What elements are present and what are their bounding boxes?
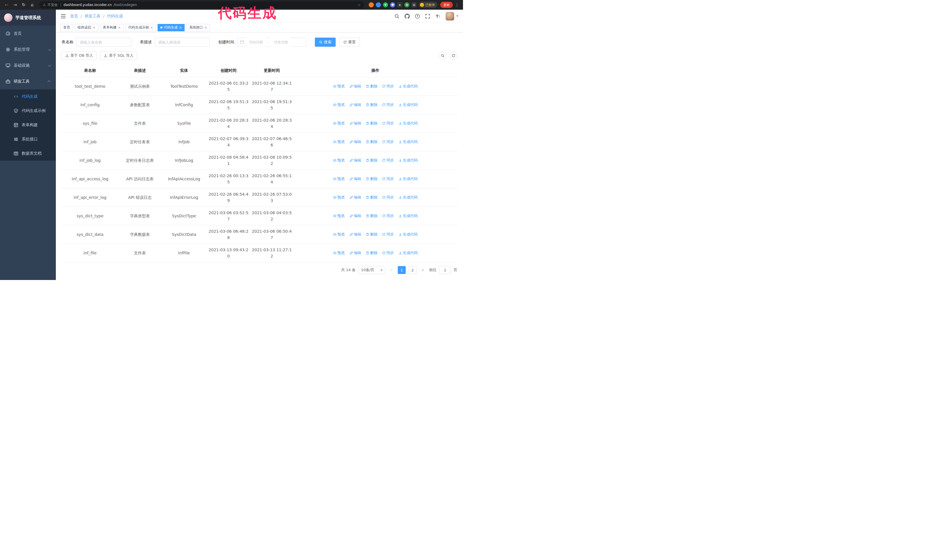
extension-dark-icon[interactable]: ◆ xyxy=(397,2,402,8)
generate-code-link[interactable]: 生成代码 xyxy=(399,176,418,182)
edit-link[interactable]: 编辑 xyxy=(350,213,361,219)
generate-code-link[interactable]: 生成代码 xyxy=(399,139,418,145)
import-db-button[interactable]: 基于 DB 导入 xyxy=(62,51,97,60)
preview-link[interactable]: 预览 xyxy=(333,176,345,182)
sync-link[interactable]: 同步 xyxy=(382,231,394,237)
close-icon[interactable]: × xyxy=(150,26,153,29)
close-icon[interactable]: × xyxy=(179,26,182,29)
edit-link[interactable]: 编辑 xyxy=(350,231,361,237)
table-name-input[interactable] xyxy=(76,38,132,47)
page-size-select[interactable]: 10条/页 xyxy=(359,266,385,274)
extension-blue-icon[interactable] xyxy=(376,2,381,8)
delete-link[interactable]: 删除 xyxy=(366,231,378,237)
date-range-picker[interactable]: - xyxy=(237,38,306,47)
edit-link[interactable]: 编辑 xyxy=(350,102,361,108)
table-desc-input[interactable] xyxy=(155,38,210,47)
delete-link[interactable]: 删除 xyxy=(366,139,378,145)
sync-link[interactable]: 同步 xyxy=(382,102,394,108)
help-icon[interactable]: ? xyxy=(415,14,420,19)
sync-link[interactable]: 同步 xyxy=(382,194,394,201)
sync-link[interactable]: 同步 xyxy=(382,176,394,182)
extension-people-icon[interactable]: ☻ xyxy=(390,2,395,8)
sync-link[interactable]: 同步 xyxy=(382,120,394,127)
breadcrumb-home[interactable]: 首页 xyxy=(70,14,78,19)
sync-link[interactable]: 同步 xyxy=(382,213,394,219)
user-menu[interactable] xyxy=(446,12,458,21)
home-icon[interactable]: ⌂ xyxy=(29,1,36,9)
sidebar-item-database-doc[interactable]: 数据库文档 xyxy=(0,146,56,161)
back-arrow-icon[interactable]: ← xyxy=(3,1,10,9)
bookmark-star-icon[interactable]: ☆ xyxy=(357,3,361,7)
tab-trace[interactable]: 链路追踪 × xyxy=(75,24,98,31)
generate-code-link[interactable]: 生成代码 xyxy=(399,157,418,163)
preview-link[interactable]: 预览 xyxy=(333,102,345,108)
delete-link[interactable]: 删除 xyxy=(366,250,378,256)
sidebar-item-home[interactable]: 首页 xyxy=(0,26,56,42)
tab-codegen-example[interactable]: 代码生成示例 × xyxy=(126,24,156,31)
delete-link[interactable]: 删除 xyxy=(366,83,378,89)
edit-link[interactable]: 编辑 xyxy=(350,157,361,163)
page-button-2[interactable]: 2 xyxy=(409,266,416,274)
puzzle-icon[interactable]: ▨ xyxy=(412,2,416,8)
delete-link[interactable]: 删除 xyxy=(366,120,378,127)
delete-link[interactable]: 删除 xyxy=(366,176,378,182)
breadcrumb-devtools[interactable]: 研发工具 xyxy=(85,14,101,19)
generate-code-link[interactable]: 生成代码 xyxy=(399,213,418,219)
import-sql-button[interactable]: 基于 SQL 导入 xyxy=(100,51,137,60)
search-toggle-button[interactable] xyxy=(439,51,446,60)
extension-leaf-icon[interactable]: ✿ xyxy=(404,2,409,8)
edit-link[interactable]: 编辑 xyxy=(350,176,361,182)
prev-page-button[interactable]: ‹ xyxy=(388,266,395,274)
hamburger-icon[interactable] xyxy=(61,14,66,19)
forward-arrow-icon[interactable]: → xyxy=(11,1,19,9)
sync-link[interactable]: 同步 xyxy=(382,157,394,163)
tab-home[interactable]: 首页 xyxy=(61,24,73,31)
browser-menu-icon[interactable]: ⋮ xyxy=(454,3,460,7)
sidebar-item-system-management[interactable]: 系统管理 xyxy=(0,42,56,57)
goto-page-input[interactable] xyxy=(439,266,451,274)
browser-update-button[interactable]: 更新 xyxy=(440,2,453,8)
start-date-input[interactable] xyxy=(246,38,266,47)
reload-icon[interactable]: ↻ xyxy=(20,1,27,9)
next-page-button[interactable]: › xyxy=(419,266,426,274)
sync-link[interactable]: 同步 xyxy=(382,250,394,256)
edit-link[interactable]: 编辑 xyxy=(350,139,361,145)
fullscreen-icon[interactable] xyxy=(425,14,430,19)
sidebar-item-system-api[interactable]: 系统接口 xyxy=(0,132,56,146)
sidebar-item-code-generation-example[interactable]: 代码生成示例 xyxy=(0,104,56,118)
generate-code-link[interactable]: 生成代码 xyxy=(399,194,418,201)
extension-green-v-icon[interactable]: V xyxy=(383,2,388,8)
edit-link[interactable]: 编辑 xyxy=(350,194,361,201)
generate-code-link[interactable]: 生成代码 xyxy=(399,102,418,108)
page-button-1[interactable]: 1 xyxy=(398,266,406,274)
edit-link[interactable]: 编辑 xyxy=(350,120,361,127)
font-size-icon[interactable]: TT xyxy=(435,14,440,19)
preview-link[interactable]: 预览 xyxy=(333,250,345,256)
generate-code-link[interactable]: 生成代码 xyxy=(399,250,418,256)
edit-link[interactable]: 编辑 xyxy=(350,250,361,256)
preview-link[interactable]: 预览 xyxy=(333,213,345,219)
preview-link[interactable]: 预览 xyxy=(333,83,345,89)
end-date-input[interactable] xyxy=(271,38,291,47)
sync-link[interactable]: 同步 xyxy=(382,139,394,145)
sidebar-item-infrastructure[interactable]: 基础设施 xyxy=(0,57,56,74)
browser-profile-chip[interactable]: 已暂停 xyxy=(419,2,437,8)
github-icon[interactable] xyxy=(405,14,410,19)
address-bar[interactable]: ⚠ 不安全 | dashboard.yudao.iocoder.cn/tool/… xyxy=(39,2,364,9)
delete-link[interactable]: 删除 xyxy=(366,157,378,163)
preview-link[interactable]: 预览 xyxy=(333,194,345,201)
delete-link[interactable]: 删除 xyxy=(366,213,378,219)
preview-link[interactable]: 预览 xyxy=(333,120,345,127)
generate-code-link[interactable]: 生成代码 xyxy=(399,231,418,237)
search-icon[interactable] xyxy=(394,14,399,19)
preview-link[interactable]: 预览 xyxy=(333,139,345,145)
preview-link[interactable]: 预览 xyxy=(333,157,345,163)
close-icon[interactable]: × xyxy=(118,26,121,29)
sync-link[interactable]: 同步 xyxy=(382,83,394,89)
sidebar-item-code-generation[interactable]: 代码生成 xyxy=(0,89,56,104)
tab-form-builder[interactable]: 表单构建 × xyxy=(100,24,124,31)
sidebar-item-form-builder[interactable]: 表单构建 xyxy=(0,118,56,132)
close-icon[interactable]: × xyxy=(92,26,95,29)
preview-link[interactable]: 预览 xyxy=(333,231,345,237)
tab-codegen[interactable]: 代码生成 × xyxy=(157,24,185,31)
